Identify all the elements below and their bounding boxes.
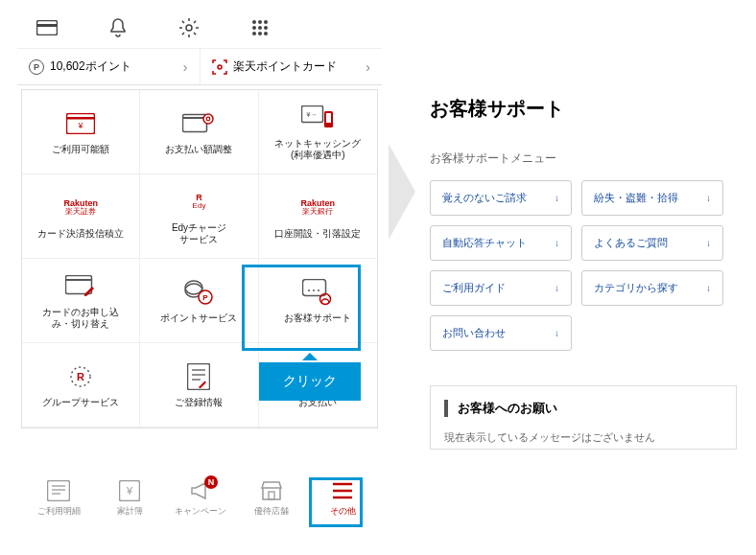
svg-point-11 <box>264 32 268 35</box>
nav-menu[interactable]: その他 <box>307 479 378 518</box>
apps-icon[interactable] <box>249 17 271 38</box>
chevron-down-icon: ↓ <box>555 328 559 338</box>
svg-point-2 <box>186 25 192 31</box>
points-cell[interactable]: P 10,602ポイント › <box>17 49 201 84</box>
menu-item-label: ご利用ガイド <box>442 281 506 295</box>
grid-card-yen[interactable]: ¥ご利用可能額 <box>22 90 140 174</box>
grid-group-r[interactable]: Rグループサービス <box>22 343 140 428</box>
menu-item-label: よくあるご質問 <box>594 236 668 250</box>
nav-label: 優待店舗 <box>254 505 289 518</box>
chevron-right-icon: › <box>366 59 370 75</box>
group-r-icon: R <box>66 362 95 391</box>
svg-point-4 <box>258 20 262 24</box>
card-gear-icon <box>182 109 215 138</box>
grid-card-gear[interactable]: お支払い額調整 <box>140 90 258 174</box>
svg-point-12 <box>218 65 222 69</box>
menu-item-label: 紛失・盗難・拾得 <box>594 191 678 205</box>
chevron-down-icon: ↓ <box>555 283 559 293</box>
svg-text:P: P <box>203 293 209 302</box>
support-title: お客様サポート <box>430 96 737 122</box>
gear-icon[interactable] <box>178 17 200 38</box>
menu-item-label: カテゴリから探す <box>594 281 678 295</box>
grid-label: カード決済投信積立 <box>37 228 124 240</box>
support-menu-item[interactable]: 自動応答チャット↓ <box>430 225 572 261</box>
grid-coin-p[interactable]: Pポイントサービス <box>140 259 258 343</box>
support-menu: 覚えのないご請求↓紛失・盗難・拾得↓自動応答チャット↓よくあるご質問↓ご利用ガイ… <box>430 180 737 351</box>
svg-point-5 <box>264 20 268 24</box>
nav-label: キャンペーン <box>175 505 226 518</box>
mega-icon: N <box>189 479 212 502</box>
nav-mega[interactable]: Nキャンペーン <box>165 479 236 518</box>
grid-label: ご登録情報 <box>175 397 223 408</box>
nav-label: その他 <box>330 505 356 518</box>
svg-rect-23 <box>326 113 331 123</box>
chevron-down-icon: ↓ <box>555 193 559 203</box>
nav-label: ご利用明細 <box>37 505 81 518</box>
yen-icon: ¥ <box>119 479 140 502</box>
grid-label: お支払い額調整 <box>165 144 232 155</box>
menu-item-label: お問い合わせ <box>442 326 506 340</box>
svg-text:¥: ¥ <box>78 121 84 130</box>
grid-label: お客様サポート <box>284 312 351 324</box>
svg-text:¥: ¥ <box>126 485 133 497</box>
svg-rect-1 <box>37 24 58 27</box>
support-menu-item[interactable]: 覚えのないご請求↓ <box>430 180 572 216</box>
support-menu-item[interactable]: よくあるご質問↓ <box>581 225 723 261</box>
grid-support[interactable]: お客様サポート <box>259 259 377 343</box>
grid-label: ご利用可能額 <box>52 144 109 155</box>
notice-text: 現在表示しているメッセージはございません <box>444 430 713 445</box>
grid-label: カードのお申し込み・切り替え <box>42 307 119 330</box>
support-menu-item[interactable]: カテゴリから探す↓ <box>581 270 723 306</box>
grid-label: ネットキャッシング(利率優遇中) <box>274 138 361 161</box>
grid-cashing[interactable]: ¥→ネットキャッシング(利率優遇中) <box>259 90 377 174</box>
svg-point-33 <box>318 289 319 291</box>
top-icon-bar <box>17 8 382 49</box>
support-menu-item[interactable]: ご利用ガイド↓ <box>430 270 572 306</box>
svg-text:R: R <box>77 371 84 382</box>
svg-point-7 <box>258 26 262 30</box>
point-card-cell[interactable]: 楽天ポイントカード › <box>201 49 383 84</box>
nav-yen[interactable]: ¥家計簿 <box>94 479 165 518</box>
card-pen-icon <box>65 272 96 301</box>
grid-edy[interactable]: REdyEdyチャージサービス <box>140 174 258 259</box>
grid-label: グループサービス <box>42 397 119 408</box>
menu-item-label: 覚えのないご請求 <box>442 191 527 205</box>
bottom-nav: ご利用明細¥家計簿Nキャンペーン優待店舗その他 <box>23 479 378 518</box>
chevron-right-icon: › <box>183 59 188 75</box>
card-yen-icon: ¥ <box>66 109 95 138</box>
arrow-icon <box>389 144 415 240</box>
svg-point-18 <box>203 114 213 124</box>
svg-point-31 <box>308 289 310 291</box>
svg-point-9 <box>252 32 256 35</box>
support-subtitle: お客様サポートメニュー <box>430 150 737 167</box>
list-icon <box>47 479 70 502</box>
svg-point-6 <box>252 26 256 30</box>
card-icon[interactable] <box>36 17 58 38</box>
grid-label: 口座開設・引落設定 <box>274 228 361 240</box>
nav-list[interactable]: ご利用明細 <box>23 479 94 518</box>
point-card-label: 楽天ポイントカード <box>233 58 337 75</box>
p-icon: P <box>29 59 44 75</box>
grid-card-pen[interactable]: カードのお申し込み・切り替え <box>22 259 140 343</box>
svg-rect-30 <box>303 279 326 295</box>
badge: N <box>204 475 218 489</box>
bell-icon[interactable] <box>107 17 129 38</box>
grid-label: Edyチャージサービス <box>172 222 226 245</box>
svg-rect-47 <box>269 492 274 499</box>
chevron-down-icon: ↓ <box>555 238 559 248</box>
doc-icon <box>187 362 210 391</box>
grid-rakuten-bank[interactable]: Rakuten楽天銀行口座開設・引落設定 <box>259 174 377 259</box>
support-menu-item[interactable]: お問い合わせ↓ <box>430 315 572 351</box>
menu-item-label: 自動応答チャット <box>442 236 527 250</box>
svg-point-3 <box>252 20 256 24</box>
callout-tooltip: クリック <box>259 362 361 401</box>
grid-rakuten-sec[interactable]: Rakuten楽天証券カード決済投信積立 <box>22 174 140 259</box>
menu-icon <box>332 479 353 502</box>
notice-title: お客様へのお願い <box>444 400 722 417</box>
grid-doc[interactable]: ご登録情報 <box>140 343 258 428</box>
nav-shop[interactable]: 優待店舗 <box>236 479 307 518</box>
support-menu-item[interactable]: 紛失・盗難・拾得↓ <box>581 180 723 216</box>
svg-rect-25 <box>66 279 92 281</box>
points-text: 10,602ポイント <box>50 58 131 75</box>
svg-rect-14 <box>67 117 95 120</box>
